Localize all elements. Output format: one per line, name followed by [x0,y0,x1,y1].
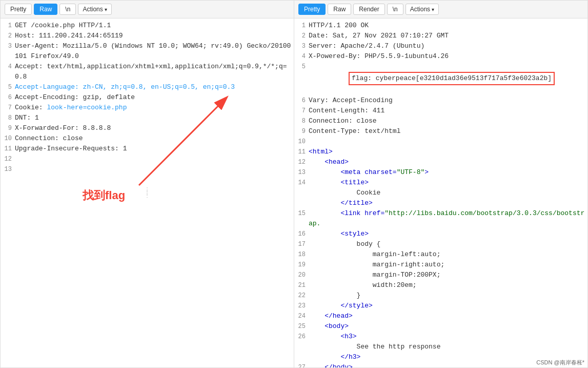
request-line-8: 8 DNT: 1 [1,113,294,123]
request-line-11: 11 Upgrade-Insecure-Requests: 1 [1,144,294,154]
tab-newline-request[interactable]: \n [59,4,76,15]
tab-newline-response[interactable]: \n [387,4,403,15]
request-code-area: 1 GET /cookie.php HTTP/1.1 2 Host: 111.2… [1,18,294,367]
tab-pretty-response[interactable]: Pretty [298,4,326,15]
request-line-5: 5 Accept-Language: zh-CN, zh;q=0.8, en-U… [1,82,294,92]
actions-button-request[interactable]: Actions [78,4,111,15]
response-line-23: 23 </style> [294,301,587,311]
response-line-8: 8 Connection: close [294,116,587,126]
response-line-4: 4 X-Powered-By: PHP/5.5.9-1ubuntu4.26 [294,51,587,62]
response-line-14b: </title> [294,198,587,208]
response-line-24: 24 </head> [294,311,587,321]
request-line-1: 1 GET /cookie.php HTTP/1.1 [1,21,294,31]
response-line-1: 1 HTTP/1.1 200 OK [294,21,587,31]
response-line-25: 25 <body> [294,321,587,332]
response-panel: Pretty Raw Render \n Actions 1 HTTP/1.1 … [294,0,588,368]
actions-button-response[interactable]: Actions [405,4,439,15]
response-line-20: 20 margin-TOP:200PX; [294,270,587,280]
response-line-9: 9 Content-Type: text/html [294,126,587,137]
response-line-21: 21 width:20em; [294,280,587,290]
response-line-14: 14 <title> [294,178,587,188]
response-line-7: 7 Content-Length: 411 [294,106,587,116]
response-line-6: 6 Vary: Accept-Encoding [294,95,587,106]
request-line-3: 3 User-Agent: Mozilla/5.0 (Windows NT 10… [1,41,294,62]
response-line-14a: Cookie [294,188,587,198]
request-line-13: 13 [1,164,294,175]
panel-divider-dots: ⋮⋮⋮ [145,188,150,198]
response-line-10: 10 [294,137,587,147]
response-line-11: 11 <html> [294,147,587,157]
request-line-9: 9 X-Forwarded-For: 8.8.8.8 [1,123,294,133]
response-line-17: 17 body { [294,239,587,249]
response-header: Pretty Raw Render \n Actions [294,1,587,18]
request-line-7: 7 Cookie: look-here=cookie.php [1,103,294,113]
flag-value: flag: cyberpeace[e3210d1ad36e9513f717a5f… [349,72,555,85]
response-line-19: 19 margin-right:auto; [294,260,587,270]
request-line-10: 10 Connection: close [1,133,294,144]
tab-render-response[interactable]: Render [353,4,384,15]
response-line-12: 12 <head> [294,157,587,167]
response-line-22: 22 } [294,290,587,301]
response-line-2: 2 Date: Sat, 27 Nov 2021 07:10:27 GMT [294,31,587,41]
response-code-area: 1 HTTP/1.1 200 OK 2 Date: Sat, 27 Nov 20… [294,18,587,367]
request-header: Pretty Raw \n Actions [1,1,294,18]
response-line-3: 3 Server: Apache/2.4.7 (Ubuntu) [294,41,587,51]
tab-raw-request[interactable]: Raw [34,4,57,15]
footer-watermark: CSDN @南岸春枨* [533,358,587,367]
request-line-12: 12 [1,154,294,164]
request-line-2: 2 Host: 111.200.241.244:65119 [1,31,294,41]
request-line-6: 6 Accept-Encoding: gzip, deflate [1,92,294,103]
response-line-15: 15 <link href="http://libs.baidu.com/boo… [294,208,587,229]
request-panel: Pretty Raw \n Actions 1 GET /cookie.php … [0,0,294,368]
tab-pretty-request[interactable]: Pretty [5,4,32,15]
response-line-26a: See the http response [294,342,587,352]
response-flag-line: 5 flag: cyberpeace[e3210d1ad36e9513f717a… [294,62,587,95]
response-line-26: 26 <h3> [294,332,587,342]
request-line-4: 4 Accept: text/html,application/xhtml+xm… [1,62,294,82]
find-flag-annotation: 找到flag [83,188,125,203]
tab-raw-response[interactable]: Raw [328,4,351,15]
response-line-18: 18 margin-left:auto; [294,249,587,260]
response-line-16: 16 <style> [294,229,587,239]
response-line-13: 13 <meta charset="UTF-8"> [294,167,587,178]
